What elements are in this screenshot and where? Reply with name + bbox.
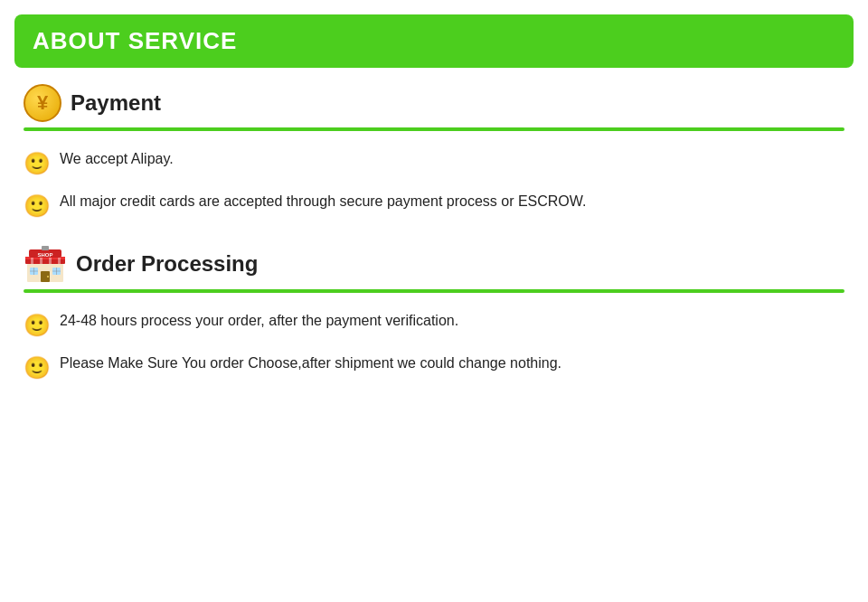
store-svg: SHOP	[24, 244, 67, 284]
payment-list: 🙂 We accept Alipay. 🙂 All major credit c…	[24, 144, 844, 235]
payment-divider	[24, 127, 844, 131]
payment-item-1: 🙂 We accept Alipay.	[24, 147, 844, 179]
order-processing-divider	[24, 289, 844, 293]
svg-rect-17	[42, 246, 49, 250]
payment-item-2: 🙂 All major credit cards are accepted th…	[24, 190, 844, 221]
smiley-icon-4: 🙂	[24, 353, 51, 383]
payment-item-text-2: All major credit cards are accepted thro…	[60, 190, 586, 213]
order-processing-title: Order Processing	[76, 251, 258, 277]
svg-rect-5	[58, 257, 61, 264]
order-item-text-1: 24-48 hours process your order, after th…	[60, 309, 458, 333]
svg-text:SHOP: SHOP	[37, 252, 52, 258]
payment-item-text-1: We accept Alipay.	[60, 147, 174, 171]
svg-point-10	[47, 276, 49, 277]
svg-rect-2	[31, 257, 33, 264]
order-processing-list: 🙂 24-48 hours process your order, after …	[24, 306, 844, 397]
smiley-icon-2: 🙂	[24, 191, 51, 221]
payment-title-row: ¥ Payment	[24, 84, 844, 122]
order-processing-section: SHOP Order Processing 🙂	[14, 244, 854, 397]
header-title: ABOUT SERVICE	[33, 27, 835, 55]
order-item-2: 🙂 Please Make Sure You order Choose,afte…	[24, 352, 844, 383]
yuan-coin-icon: ¥	[24, 84, 61, 122]
smiley-icon-1: 🙂	[24, 148, 51, 179]
svg-rect-4	[49, 257, 52, 264]
order-processing-title-row: SHOP Order Processing	[24, 244, 844, 284]
payment-title: Payment	[71, 90, 161, 116]
smiley-icon-3: 🙂	[24, 310, 51, 341]
about-service-header: ABOUT SERVICE	[14, 14, 854, 68]
order-item-text-2: Please Make Sure You order Choose,after …	[60, 352, 561, 375]
store-icon: SHOP	[24, 244, 67, 284]
svg-rect-3	[40, 257, 42, 264]
payment-section: ¥ Payment 🙂 We accept Alipay. 🙂 All majo…	[14, 84, 854, 235]
order-item-1: 🙂 24-48 hours process your order, after …	[24, 309, 844, 341]
